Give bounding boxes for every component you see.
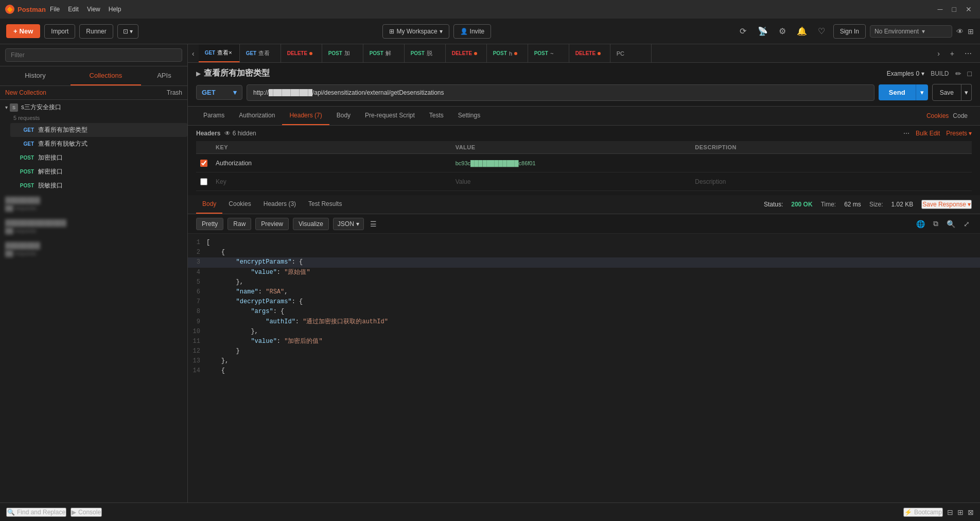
cookies-link[interactable]: Cookies — [926, 107, 949, 125]
request-item-2[interactable]: POST 加密接口 — [10, 151, 187, 165]
format-preview-button[interactable]: Preview — [255, 218, 289, 230]
save-button[interactable]: Save — [932, 84, 961, 101]
format-raw-button[interactable]: Raw — [227, 218, 251, 230]
settings-button[interactable]: ⚙ — [775, 24, 790, 39]
menu-file[interactable]: File — [50, 6, 60, 13]
environment-selector[interactable]: No Environment ▾ — [870, 25, 952, 38]
tab-item-4[interactable]: POST 解 — [363, 44, 405, 62]
tab-tests[interactable]: Tests — [422, 107, 451, 125]
format-visualize-button[interactable]: Visualize — [293, 218, 329, 230]
send-button[interactable]: Send — [879, 84, 916, 100]
tab-forward-button[interactable]: › — [933, 49, 944, 58]
request-item-4[interactable]: POST 脱敏接口 — [10, 179, 187, 193]
tab-item-7[interactable]: POST h — [487, 44, 528, 62]
collection-header[interactable]: ▾ S s三方安全接口 — [0, 100, 187, 115]
tab-body[interactable]: Body — [329, 107, 358, 125]
examples-button[interactable]: Examples 0 ▾ — [887, 70, 924, 77]
sync-button[interactable]: ⟳ — [736, 24, 751, 39]
resp-tab-test-results[interactable]: Test Results — [302, 195, 348, 214]
row-key-0[interactable]: Authorization — [212, 157, 451, 170]
trash-button[interactable]: Trash — [167, 89, 182, 96]
search-input[interactable] — [5, 48, 182, 62]
save-response-button[interactable]: Save Response ▾ — [921, 200, 972, 209]
tab-item-3[interactable]: POST 加 — [322, 44, 363, 62]
sidebar-tab-apis[interactable]: APIs — [141, 66, 187, 85]
row-key-placeholder[interactable]: Key — [212, 175, 451, 188]
menu-help[interactable]: Help — [109, 6, 121, 13]
env-eye-button[interactable]: 👁 — [956, 27, 964, 36]
method-selector[interactable]: GET ▾ — [196, 85, 242, 100]
more-button[interactable]: □ — [968, 70, 972, 78]
row-value-0[interactable]: bc93c████████████c86f01 — [451, 157, 691, 169]
build-button[interactable]: BUILD — [931, 70, 949, 77]
row-description-0 — [691, 160, 931, 166]
presets-button[interactable]: Presets ▾ — [946, 130, 972, 137]
new-button[interactable]: + New — [6, 24, 40, 38]
notifications-button[interactable]: 🔔 — [794, 24, 810, 39]
broadcast-button[interactable]: 📡 — [755, 24, 771, 39]
tab-pre-request-script[interactable]: Pre-request Script — [358, 107, 422, 125]
console-button[interactable]: ▶ Console — [71, 508, 102, 517]
tab-more-button[interactable]: ⋯ — [960, 49, 976, 58]
resp-tab-body[interactable]: Body — [196, 195, 222, 214]
search-button[interactable]: 🔍 — [944, 217, 957, 230]
runner-button[interactable]: Runner — [79, 24, 113, 39]
close-button[interactable]: ✕ — [962, 4, 975, 14]
globe-icon-button[interactable]: 🌐 — [914, 217, 927, 230]
tab-authorization[interactable]: Authorization — [232, 107, 282, 125]
more-button[interactable]: ⋯ — [903, 130, 909, 137]
import-button[interactable]: Import — [44, 24, 75, 39]
send-dropdown-button[interactable]: ▾ — [916, 84, 928, 100]
minimize-button[interactable]: ─ — [935, 4, 946, 14]
save-dropdown-button[interactable]: ▾ — [961, 84, 972, 101]
invite-button[interactable]: 👤 Invite — [453, 24, 492, 39]
layout-panel-button[interactable]: ⊞ — [957, 508, 964, 516]
copy-button[interactable]: ⧉ — [931, 217, 940, 230]
code-link[interactable]: Code — [953, 107, 968, 125]
collection-icon: S — [10, 103, 18, 112]
request-item-1[interactable]: GET 查看所有脱敏方式 — [10, 137, 187, 151]
tab-params[interactable]: Params — [196, 107, 232, 125]
tab-back-button[interactable]: ‹ — [188, 44, 199, 62]
sidebar-tab-collections[interactable]: Collections — [71, 66, 141, 85]
tab-item-2[interactable]: DELETE — [281, 44, 322, 62]
fullscreen-button[interactable]: ⤢ — [961, 217, 972, 230]
sidebar-tab-history[interactable]: History — [0, 66, 71, 85]
request-item-3[interactable]: POST 解密接口 — [10, 165, 187, 179]
edit-button[interactable]: ✏ — [955, 70, 961, 78]
tab-item-6[interactable]: DELETE — [446, 44, 487, 62]
row-checkbox-1[interactable] — [200, 178, 207, 185]
layout-bottom-button[interactable]: ⊠ — [968, 508, 974, 516]
bootcamp-button[interactable]: ⚡ Bootcamp — [903, 508, 943, 517]
signin-button[interactable]: Sign In — [833, 24, 866, 39]
tab-item-1[interactable]: GET 查看 — [240, 44, 281, 62]
menu-view[interactable]: View — [87, 6, 100, 13]
workspace-button[interactable]: ⊞ My Workspace ▾ — [382, 24, 449, 39]
tab-item-0[interactable]: GET 查看× — [199, 44, 240, 62]
maximize-button[interactable]: □ — [949, 4, 959, 14]
tab-settings[interactable]: Settings — [451, 107, 487, 125]
find-replace-button[interactable]: 🔍 Find and Replace — [6, 508, 66, 517]
tab-item-8[interactable]: POST ~ — [528, 44, 569, 62]
resp-tab-cookies[interactable]: Cookies — [222, 195, 257, 214]
tab-item-9[interactable]: DELETE — [569, 44, 610, 62]
request-item-0[interactable]: GET 查看所有加密类型 — [10, 123, 187, 137]
layout-sidebar-button[interactable]: ⊟ — [947, 508, 953, 516]
row-value-placeholder[interactable]: Value — [451, 175, 691, 188]
env-filter-button[interactable]: ⊞ — [968, 27, 974, 36]
tab-item-10[interactable]: PC — [610, 44, 652, 62]
tab-add-button[interactable]: + — [946, 49, 958, 58]
wrap-button[interactable]: ☰ — [368, 218, 379, 230]
json-format-selector[interactable]: JSON ▾ — [333, 218, 364, 230]
tab-item-5[interactable]: POST 脱 — [405, 44, 446, 62]
capture-button[interactable]: ⊡ ▾ — [117, 24, 138, 39]
url-input[interactable] — [247, 84, 874, 101]
tab-headers[interactable]: Headers (7) — [282, 107, 329, 125]
heart-button[interactable]: ♡ — [814, 24, 829, 39]
menu-edit[interactable]: Edit — [68, 6, 79, 13]
bulk-edit-button[interactable]: Bulk Edit — [916, 130, 940, 137]
format-pretty-button[interactable]: Pretty — [196, 218, 223, 230]
row-checkbox-0[interactable] — [200, 160, 207, 167]
new-collection-button[interactable]: New Collection — [5, 89, 46, 96]
resp-tab-headers[interactable]: Headers (3) — [257, 195, 302, 214]
